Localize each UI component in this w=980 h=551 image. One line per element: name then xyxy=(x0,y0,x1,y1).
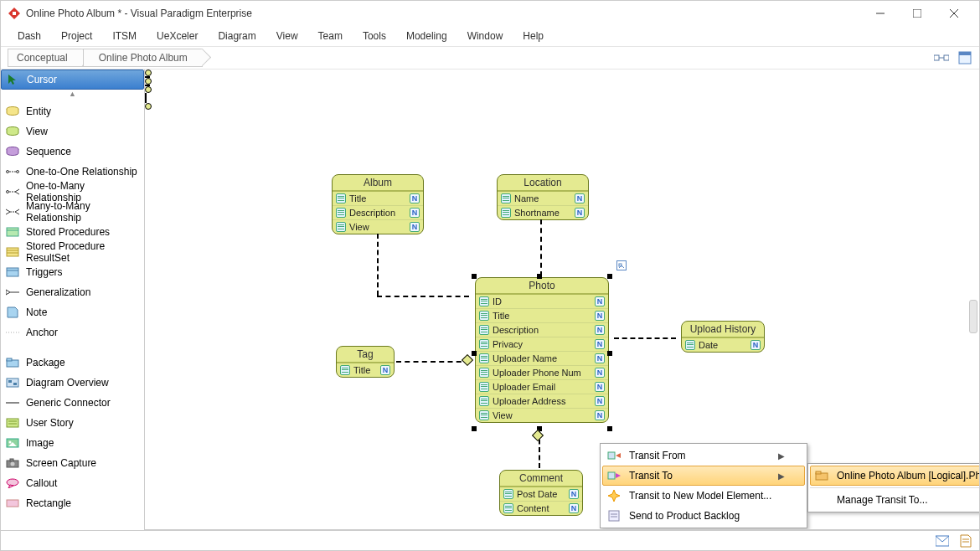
backlog-icon xyxy=(606,507,622,524)
menu-project[interactable]: Project xyxy=(51,28,102,44)
svg-line-23 xyxy=(6,212,10,214)
svg-point-18 xyxy=(7,191,9,193)
ctx-send-backlog[interactable]: Send to Product Backlog xyxy=(602,506,805,526)
palette-package[interactable]: Package xyxy=(1,353,144,373)
entity-comment[interactable]: Comment Post DateN ContentN xyxy=(499,470,583,516)
window-title: Online Photo Album * - Visual Paradigm E… xyxy=(26,8,862,19)
palette-cursor[interactable]: Cursor xyxy=(1,70,144,90)
connector-icon xyxy=(6,396,19,409)
menu-uexceler[interactable]: UeXceler xyxy=(147,28,208,44)
palette-collapse-top[interactable]: ▲ xyxy=(1,90,144,101)
overview-icon xyxy=(6,376,19,389)
svg-point-17 xyxy=(17,171,19,173)
svg-rect-41 xyxy=(13,383,17,385)
svg-rect-61 xyxy=(609,511,619,521)
assist-icon[interactable] xyxy=(616,260,627,270)
palette-one-many[interactable]: One-to-Many Relationship xyxy=(1,182,144,202)
crumb-diagram-name[interactable]: Online Photo Album xyxy=(83,49,203,67)
entity-album[interactable]: Album TitleN DescriptionN ViewN xyxy=(332,174,424,234)
palette-cursor-label: Cursor xyxy=(27,74,57,85)
palette-many-many[interactable]: Many-to-Many Relationship xyxy=(1,202,144,222)
ctx-transit-new[interactable]: Transit to New Model Element... xyxy=(602,486,805,506)
menu-modeling[interactable]: Modeling xyxy=(396,28,457,44)
camera-icon xyxy=(6,456,19,470)
transit-from-icon xyxy=(606,447,622,464)
status-bar xyxy=(1,530,979,550)
sub-manage-transit[interactable]: Manage Transit To... xyxy=(810,490,979,510)
palette-diagram-overview[interactable]: Diagram Overview xyxy=(1,373,144,393)
menu-itsm[interactable]: ITSM xyxy=(102,28,147,44)
svg-rect-50 xyxy=(10,459,13,461)
palette-generalization[interactable]: Generalization xyxy=(1,282,144,302)
svg-rect-27 xyxy=(7,228,18,236)
svg-point-52 xyxy=(7,479,18,486)
svg-line-25 xyxy=(15,209,19,212)
entity-tag[interactable]: Tag TitleN xyxy=(336,346,395,378)
svg-line-20 xyxy=(15,189,19,192)
sub-transit-target[interactable]: Online Photo Album [Logical].Photo xyxy=(810,466,979,486)
palette-note[interactable]: Note xyxy=(1,302,144,322)
menu-diagram[interactable]: Diagram xyxy=(208,28,266,44)
svg-rect-3 xyxy=(913,9,921,18)
image-icon xyxy=(6,436,19,450)
svg-line-22 xyxy=(6,209,10,212)
palette-callout[interactable]: Callout xyxy=(1,473,144,493)
palette-anchor[interactable]: Anchor xyxy=(1,322,144,342)
svg-rect-65 xyxy=(816,471,821,474)
svg-marker-34 xyxy=(6,290,10,295)
context-submenu: Online Photo Album [Logical].Photo Manag… xyxy=(807,463,979,512)
entity-icon xyxy=(6,105,19,118)
triggers-icon xyxy=(6,265,19,279)
palette-image[interactable]: Image xyxy=(1,433,144,453)
toolbar-layout-icon[interactable] xyxy=(932,49,951,67)
stored-proc-icon xyxy=(6,225,19,239)
one-to-one-icon xyxy=(6,165,19,178)
scrollbar-indicator[interactable] xyxy=(969,300,977,333)
note-status-icon[interactable] xyxy=(959,534,972,548)
context-menu: Transit From▶ Transit To▶ Transit to New… xyxy=(600,443,807,528)
entity-location[interactable]: Location NameN ShortnameN xyxy=(497,174,589,220)
menu-window[interactable]: Window xyxy=(457,28,513,44)
titlebar: Online Photo Album * - Visual Paradigm E… xyxy=(1,1,979,26)
menu-view[interactable]: View xyxy=(266,28,308,44)
svg-marker-57 xyxy=(616,453,621,458)
callout-icon xyxy=(6,476,19,490)
entity-photo[interactable]: Photo IDN TitleN DescriptionN PrivacyN U… xyxy=(475,277,609,423)
view-icon xyxy=(6,125,19,138)
canvas[interactable]: Album TitleN DescriptionN ViewN Location… xyxy=(145,70,979,530)
palette: Cursor ▲ Entity View Sequence One-to-One… xyxy=(1,70,145,530)
menu-dash[interactable]: Dash xyxy=(8,28,51,44)
generalization-icon xyxy=(6,286,19,299)
close-button[interactable] xyxy=(936,2,972,25)
svg-rect-7 xyxy=(944,55,949,60)
palette-stored-proc-rs[interactable]: Stored Procedure ResultSet xyxy=(1,242,144,262)
maximize-button[interactable] xyxy=(899,2,936,25)
palette-rectangle[interactable]: Rectangle xyxy=(1,493,144,513)
menu-help[interactable]: Help xyxy=(513,28,554,44)
palette-one-one[interactable]: One-to-One Relationship xyxy=(1,162,144,182)
ctx-transit-to[interactable]: Transit To▶ xyxy=(602,466,805,486)
one-to-many-icon xyxy=(6,185,19,198)
svg-line-21 xyxy=(15,192,19,194)
minimize-button[interactable] xyxy=(862,2,899,25)
crumb-conceptual[interactable]: Conceptual xyxy=(8,49,83,67)
palette-view[interactable]: View xyxy=(1,121,144,142)
palette-triggers[interactable]: Triggers xyxy=(1,262,144,282)
palette-screen-capture[interactable]: Screen Capture xyxy=(1,453,144,473)
mail-icon[interactable] xyxy=(936,534,949,548)
palette-entity[interactable]: Entity xyxy=(1,101,144,121)
entity-upload-history[interactable]: Upload History DateN xyxy=(681,321,765,353)
menu-team[interactable]: Team xyxy=(308,28,353,44)
toolbar-panel-icon[interactable] xyxy=(956,49,974,67)
palette-generic-connector[interactable]: Generic Connector xyxy=(1,393,144,413)
palette-user-story[interactable]: User Story xyxy=(1,413,144,433)
menu-tools[interactable]: Tools xyxy=(353,28,396,44)
entity-upload-title: Upload History xyxy=(682,322,764,337)
package-small-icon xyxy=(813,467,830,484)
palette-sequence[interactable]: Sequence xyxy=(1,142,144,162)
svg-point-51 xyxy=(11,462,15,466)
svg-rect-43 xyxy=(7,419,18,427)
svg-rect-1 xyxy=(13,12,16,15)
palette-stored-proc[interactable]: Stored Procedures xyxy=(1,222,144,242)
ctx-transit-from[interactable]: Transit From▶ xyxy=(602,445,805,466)
